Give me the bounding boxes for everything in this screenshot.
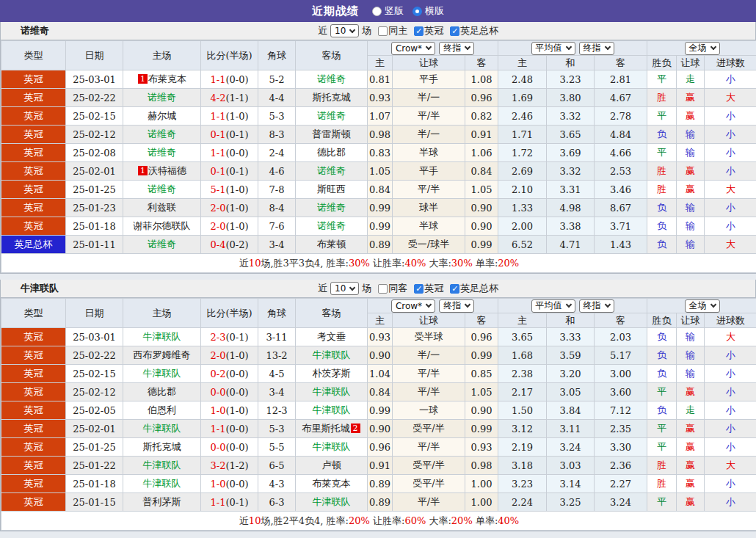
match-type-badge: 英冠 (1, 401, 66, 420)
fulltime-score: 1-0 (210, 479, 225, 490)
home-team: 诺维奇 (123, 144, 201, 162)
home-team: 谢菲尔德联队 (123, 217, 201, 236)
filter-checkbox-2[interactable]: ✓英足总杯 (450, 282, 498, 295)
checkbox-icon[interactable]: ✓ (414, 284, 424, 294)
filter-checkbox-1[interactable]: ✓英冠 (414, 282, 443, 295)
handicap-odds-group-select[interactable]: 终指 (439, 42, 474, 55)
team-name-text: 普利茅斯 (143, 496, 181, 507)
fulltime-score: 1-1 (210, 497, 225, 508)
match-type-badge: 英冠 (1, 346, 66, 365)
avg-away-odds: 7.12 (595, 401, 647, 420)
result-outcome: 负 (647, 346, 677, 365)
avg-draw-odds: 3.33 (547, 328, 595, 346)
avg-draw-odds: 3.24 (547, 438, 595, 457)
europe-odds-group-select[interactable]: 平均值 (531, 42, 575, 55)
europe-odds-group-select[interactable]: 终指 (579, 42, 614, 55)
goals-outcome: 小 (705, 420, 756, 438)
checkbox-label[interactable]: 英冠 (424, 24, 443, 37)
team-name-text: 斯旺西 (317, 183, 346, 195)
home-team: 伯恩利 (123, 401, 201, 420)
handicap-line: 半球 (393, 217, 465, 236)
avg-away-odds: 2.35 (595, 420, 647, 438)
team-name-text: 布莱顿 (317, 239, 346, 250)
checkbox-label[interactable]: 英足总杯 (460, 24, 498, 37)
handicap-home-odds: 0.89 (368, 236, 393, 254)
halftime-score: (0-1) (225, 129, 248, 140)
filter-checkbox-0[interactable]: 同主 (378, 24, 407, 37)
home-team: 诺维奇 (123, 236, 201, 254)
checkbox-icon[interactable]: ✓ (450, 284, 459, 294)
away-team: 布莱顿 (296, 236, 368, 254)
header-row-groups: 类型日期主场比分(半场)角球客场Crow*终指平均值终指全场 (1, 41, 756, 56)
europe-odds-group-select[interactable]: 终指 (579, 299, 614, 313)
fulltime-score: 2-0 (210, 350, 225, 361)
halftime-score: (0-2) (225, 239, 248, 250)
result-outcome: 平 (647, 107, 677, 126)
match-date: 25-01-25 (66, 438, 123, 457)
team-name-text: 牛津联队 (313, 441, 351, 452)
column-header: 比分(半场) (201, 299, 258, 328)
checkbox-icon[interactable]: ✓ (450, 26, 459, 36)
rank-badge: 1 (138, 74, 148, 84)
checkbox-icon[interactable] (378, 284, 388, 294)
match-row: 英冠25-02-22西布罗姆维奇2-0(1-0)13-2牛津联队0.90半/一0… (1, 346, 756, 365)
handicap-outcome: 赢 (677, 420, 705, 438)
layout-radio-group: 竖版横版 (363, 4, 444, 18)
goals-outcome: 小 (705, 162, 756, 181)
radio-icon[interactable] (372, 7, 382, 16)
layout-radio-1[interactable]: 横版 (412, 4, 444, 18)
result-outcome: 平 (647, 144, 677, 162)
fulltime-score: 2-0 (210, 221, 225, 232)
summary-text: 近10场,胜2平4负4, 胜率:20% 让胜率:60% 大率:20% 单率:40… (1, 512, 756, 531)
radio-icon[interactable] (412, 7, 422, 16)
column-header: 角球 (258, 41, 296, 70)
avg-draw-odds: 3.80 (547, 89, 595, 107)
avg-draw-odds: 3.03 (547, 457, 595, 475)
score-halftime: 1-0(1-0) (201, 401, 258, 420)
team-name-text: 德比郡 (148, 386, 176, 397)
chevron-down-icon (465, 44, 470, 50)
checkbox-icon[interactable] (378, 26, 388, 36)
match-type-badge: 英冠 (1, 493, 66, 512)
games-count-select[interactable]: 10 (330, 24, 359, 37)
halftime-score: (0-0) (225, 442, 248, 453)
handicap-odds-group-select[interactable]: Crow* (391, 299, 435, 313)
chevron-down-icon (426, 44, 432, 50)
corner-count: 5-2 (258, 70, 296, 89)
games-count-select[interactable]: 10 (330, 282, 359, 295)
handicap-away-odds: 1.06 (465, 144, 498, 162)
results-body: 英冠25-03-011布莱克本1-1(0-0)5-2诺维奇0.81平手1.082… (1, 70, 756, 254)
filter-controls: 近10场同客✓英冠✓英足总杯 (318, 282, 498, 295)
filter-checkbox-2[interactable]: ✓英足总杯 (450, 24, 498, 37)
table-header: 类型日期主场比分(半场)角球客场Crow*终指平均值终指全场 主让球客主和客胜负… (1, 299, 756, 328)
away-team: 诺维奇 (296, 70, 368, 89)
europe-odds-group-select[interactable]: 平均值 (531, 299, 575, 313)
team-name-text: 赫尔城 (148, 110, 176, 121)
layout-radio-0[interactable]: 竖版 (372, 4, 404, 18)
scope-group-select[interactable]: 全场 (685, 42, 720, 55)
away-team: 普雷斯顿 (296, 126, 368, 144)
handicap-odds-group-select[interactable]: 终指 (439, 299, 474, 313)
goals-outcome: 小 (705, 438, 756, 457)
team-name-text: 诺维奇 (148, 183, 176, 195)
handicap-odds-group-controls: Crow*终指 (368, 299, 498, 313)
handicap-odds-group-select-value: Crow* (396, 43, 422, 54)
summary-segment: 让胜率: (370, 515, 405, 526)
checkbox-icon[interactable]: ✓ (414, 26, 424, 36)
match-row: 英冠25-01-15普利茅斯1-1(0-1)6-3牛津联队0.89平/半1.00… (1, 493, 756, 512)
avg-home-odds: 3.23 (498, 475, 547, 493)
handicap-odds-group-select[interactable]: Crow* (391, 42, 435, 55)
filter-checkbox-1[interactable]: ✓英冠 (414, 24, 443, 37)
checkbox-label[interactable]: 英冠 (424, 282, 443, 295)
filter-checkbox-0[interactable]: 同客 (378, 282, 407, 295)
match-row: 英冠25-02-12德比郡0-0(0-0)3-4牛津联队0.84平/半1.052… (1, 383, 756, 401)
team-name-text: 诺维奇 (317, 202, 346, 213)
handicap-home-odds: 0.84 (368, 181, 393, 199)
checkbox-label[interactable]: 同客 (388, 282, 407, 295)
home-team: 诺维奇 (123, 126, 201, 144)
checkbox-label[interactable]: 同主 (388, 24, 407, 37)
column-header: 角球 (258, 299, 296, 328)
away-team: 德比郡 (296, 144, 368, 162)
checkbox-label[interactable]: 英足总杯 (460, 282, 498, 295)
scope-group-select[interactable]: 全场 (685, 299, 720, 313)
